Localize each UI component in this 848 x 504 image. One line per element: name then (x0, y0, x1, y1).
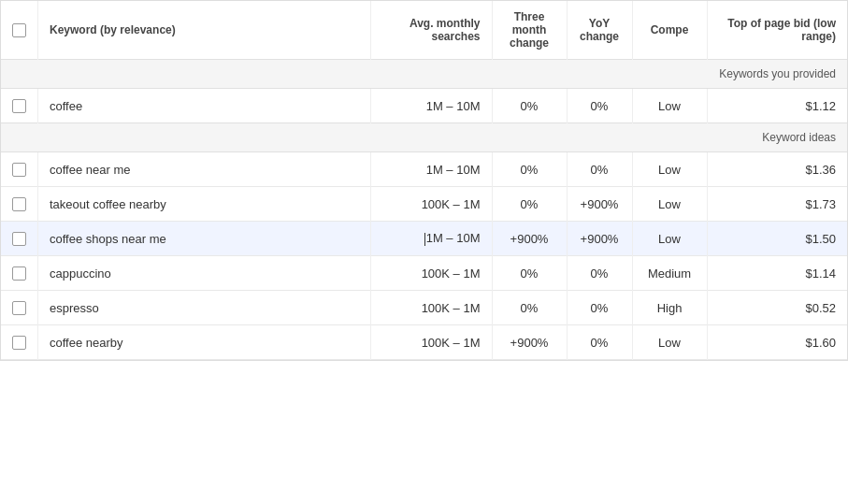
table-row[interactable]: coffee1M – 10M0%0%Low$1.12 (1, 89, 847, 123)
avg-monthly-cell: 1M – 10M (370, 152, 492, 187)
yoy-cell: 0% (567, 256, 632, 291)
three-month-cell: 0% (492, 187, 567, 222)
three-month-cell: +900% (492, 325, 567, 360)
three-month-cell: 0% (492, 291, 567, 325)
header-bid: Top of page bid (low range) (707, 1, 847, 60)
section-label-1: Keyword ideas (1, 123, 847, 152)
row-checkbox-cell[interactable] (1, 325, 38, 360)
yoy-cell: +900% (567, 187, 632, 222)
bid-cell: $1.50 (707, 222, 847, 256)
yoy-cell: 0% (567, 89, 632, 123)
keyword-cell: takeout coffee nearby (38, 187, 371, 222)
row-checkbox[interactable] (12, 163, 26, 177)
header-keyword: Keyword (by relevance) (38, 1, 371, 60)
row-checkbox-cell[interactable] (1, 256, 38, 291)
yoy-cell: 0% (567, 291, 632, 325)
avg-monthly-cell: 1M – 10M (370, 222, 492, 256)
row-checkbox-cell[interactable] (1, 222, 38, 256)
row-checkbox[interactable] (12, 197, 26, 211)
header-compe: Compe (632, 1, 707, 60)
three-month-cell: 0% (492, 256, 567, 291)
compe-cell: Low (632, 89, 707, 123)
compe-cell: High (632, 291, 707, 325)
row-checkbox[interactable] (12, 301, 26, 315)
keyword-table: Keyword (by relevance) Avg. monthly sear… (1, 1, 847, 360)
row-checkbox-cell[interactable] (1, 187, 38, 222)
compe-cell: Medium (632, 256, 707, 291)
table-row[interactable]: coffee near me1M – 10M0%0%Low$1.36 (1, 152, 847, 187)
bid-cell: $1.36 (707, 152, 847, 187)
row-checkbox[interactable] (12, 336, 26, 350)
table-body: Keywords you providedcoffee1M – 10M0%0%L… (1, 60, 847, 360)
bid-cell: $0.52 (707, 291, 847, 325)
avg-monthly-cell: 100K – 1M (370, 325, 492, 360)
three-month-cell: 0% (492, 152, 567, 187)
keyword-cell: cappuccino (38, 256, 371, 291)
yoy-cell: +900% (567, 222, 632, 256)
avg-monthly-cell: 100K – 1M (370, 291, 492, 325)
keyword-cell: coffee (38, 89, 371, 123)
compe-cell: Low (632, 222, 707, 256)
row-checkbox-cell[interactable] (1, 152, 38, 187)
bid-cell: $1.14 (707, 256, 847, 291)
three-month-cell: 0% (492, 89, 567, 123)
header-avg-monthly: Avg. monthly searches (370, 1, 492, 60)
compe-cell: Low (632, 187, 707, 222)
keyword-cell: espresso (38, 291, 371, 325)
keyword-cell: coffee near me (38, 152, 371, 187)
compe-cell: Low (632, 152, 707, 187)
header-checkbox-cell[interactable] (1, 1, 38, 60)
avg-monthly-cell: 1M – 10M (370, 89, 492, 123)
section-header-1: Keyword ideas (1, 123, 847, 152)
select-all-checkbox[interactable] (12, 23, 26, 37)
yoy-cell: 0% (567, 152, 632, 187)
keyword-cell: coffee shops near me (38, 222, 371, 256)
table-row[interactable]: coffee shops near me1M – 10M+900%+900%Lo… (1, 222, 847, 256)
bid-cell: $1.12 (707, 89, 847, 123)
table-row[interactable]: coffee nearby100K – 1M+900%0%Low$1.60 (1, 325, 847, 360)
bid-cell: $1.73 (707, 187, 847, 222)
section-label-0: Keywords you provided (1, 60, 847, 89)
header-three-month: Three month change (492, 1, 567, 60)
three-month-cell: +900% (492, 222, 567, 256)
header-yoy: YoY change (567, 1, 632, 60)
row-checkbox-cell[interactable] (1, 291, 38, 325)
row-checkbox[interactable] (12, 266, 26, 281)
table-header-row: Keyword (by relevance) Avg. monthly sear… (1, 1, 847, 60)
table-row[interactable]: cappuccino100K – 1M0%0%Medium$1.14 (1, 256, 847, 291)
keyword-table-container: Keyword (by relevance) Avg. monthly sear… (0, 0, 848, 361)
text-cursor-icon (424, 233, 425, 246)
row-checkbox-cell[interactable] (1, 89, 38, 123)
row-checkbox[interactable] (12, 232, 26, 246)
table-row[interactable]: espresso100K – 1M0%0%High$0.52 (1, 291, 847, 325)
row-checkbox[interactable] (12, 99, 26, 113)
compe-cell: Low (632, 325, 707, 360)
keyword-cell: coffee nearby (38, 325, 371, 360)
bid-cell: $1.60 (707, 325, 847, 360)
avg-monthly-cell: 100K – 1M (370, 187, 492, 222)
table-row[interactable]: takeout coffee nearby100K – 1M0%+900%Low… (1, 187, 847, 222)
avg-monthly-cell: 100K – 1M (370, 256, 492, 291)
section-header-0: Keywords you provided (1, 60, 847, 89)
yoy-cell: 0% (567, 325, 632, 360)
